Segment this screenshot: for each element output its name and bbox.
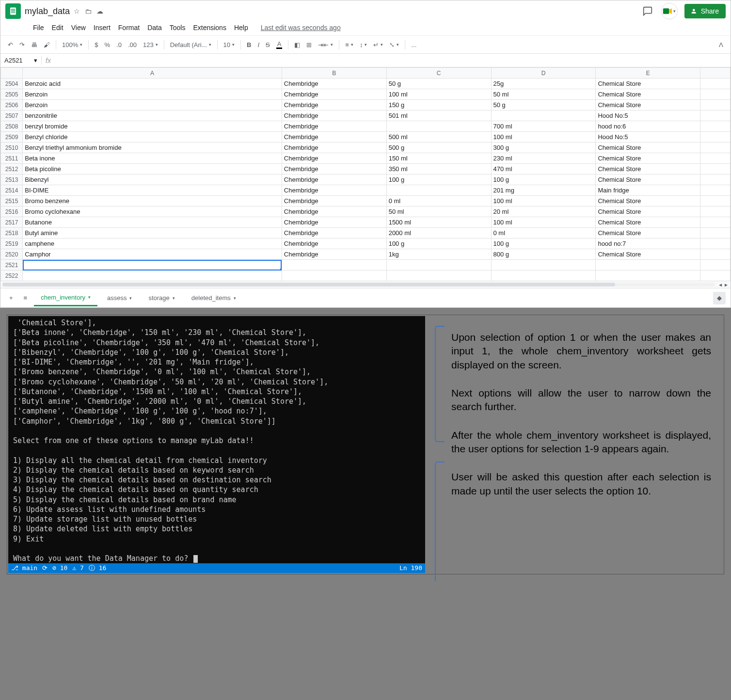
row-header[interactable]: 2510 [1,143,23,153]
cell[interactable]: 0 ml [386,196,491,207]
cell[interactable]: 100 ml [491,196,596,207]
cell[interactable]: BI-DIME [23,185,282,196]
menu-insert[interactable]: Insert [90,22,114,33]
cell[interactable] [700,100,731,111]
cell[interactable]: 230 ml [491,153,596,164]
more-button[interactable]: ... [409,39,419,50]
cell[interactable]: 350 ml [386,164,491,175]
cell[interactable]: Main fridge [596,185,700,196]
cell[interactable]: Benzyl triethyl ammonium bromide [23,143,282,153]
cell[interactable]: 100 ml [386,89,491,100]
menu-format[interactable]: Format [115,22,143,33]
cell[interactable]: Bromo cyclohexane [23,207,282,217]
strikethrough-button[interactable]: S [263,39,272,50]
cell[interactable] [386,270,491,281]
row-header[interactable]: 2520 [1,249,23,260]
status-info[interactable]: ⓘ 16 [89,564,106,573]
sheet-tab-assess[interactable]: assess▾ [100,290,139,306]
row-header[interactable]: 2507 [1,111,23,121]
menu-data[interactable]: Data [144,22,165,33]
cell[interactable]: benzonitrile [23,111,282,121]
cell[interactable]: Chemical Store [596,196,700,207]
cell[interactable]: 100 g [386,239,491,249]
cell[interactable] [386,260,491,270]
meet-icon[interactable]: ▾ [661,3,678,19]
move-icon[interactable]: 🗀 [85,7,92,15]
cell[interactable]: 2000 ml [386,228,491,239]
wrap-button[interactable]: ↵▾ [371,39,385,50]
cell[interactable]: Chembridge [282,217,386,228]
menu-tools[interactable]: Tools [166,22,189,33]
cell[interactable]: Bromo benzene [23,196,282,207]
cell[interactable]: 500 ml [386,132,491,143]
cell[interactable]: Benzoic acid [23,79,282,89]
cell[interactable] [596,260,700,270]
h-align-button[interactable]: ≡▾ [343,39,356,50]
row-header[interactable]: 2517 [1,217,23,228]
menu-edit[interactable]: Edit [48,22,67,33]
cell[interactable]: Chemical Store [596,89,700,100]
italic-button[interactable]: I [255,39,262,50]
cell[interactable]: benzyl bromide [23,121,282,132]
cell[interactable]: 500 g [386,143,491,153]
cell[interactable] [386,121,491,132]
font-select[interactable]: Default (Ari...▾ [168,39,214,50]
paint-format-icon[interactable]: 🖌 [41,39,52,50]
row-header[interactable]: 2504 [1,79,23,89]
cell[interactable]: 100 g [491,175,596,185]
cell[interactable]: Chembridge [282,100,386,111]
row-header[interactable]: 2513 [1,175,23,185]
cell[interactable]: 20 ml [491,207,596,217]
add-sheet-button[interactable]: + [5,292,17,303]
row-header[interactable]: 2521 [1,260,23,270]
cell[interactable] [700,175,731,185]
cell[interactable] [700,132,731,143]
cell[interactable]: Chemical Store [596,175,700,185]
cell[interactable]: Benzyl chloride [23,132,282,143]
decrease-decimal-button[interactable]: .0 [114,39,124,50]
cell[interactable]: hood no:7 [596,239,700,249]
col-header-E[interactable]: E [596,68,700,79]
percent-button[interactable]: % [102,39,112,50]
cell[interactable]: Chembridge [282,89,386,100]
cell[interactable]: Chembridge [282,111,386,121]
row-header[interactable]: 2505 [1,89,23,100]
cell[interactable]: Chemical Store [596,217,700,228]
cell[interactable]: Butanone [23,217,282,228]
row-header[interactable]: 2516 [1,207,23,217]
number-format-select[interactable]: 123▾ [141,39,160,50]
cell[interactable]: Hood No:5 [596,132,700,143]
cell[interactable]: hood no:6 [596,121,700,132]
cell[interactable]: Chemical Store [596,79,700,89]
select-all-corner[interactable] [1,68,23,79]
cell[interactable] [700,270,731,281]
row-header[interactable]: 2512 [1,164,23,175]
cell[interactable]: Chemical Store [596,153,700,164]
share-button[interactable]: Share [684,4,726,18]
git-branch-icon[interactable]: ⎇ main [11,564,37,573]
col-header-D[interactable]: D [491,68,596,79]
horizontal-scrollbar[interactable]: ◄► [0,281,731,288]
cell[interactable] [23,260,282,270]
cell[interactable] [491,270,596,281]
sheet-tab-storage[interactable]: storage▾ [142,290,181,306]
col-header-B[interactable]: B [282,68,386,79]
cloud-icon[interactable]: ☁ [96,7,103,15]
cell[interactable] [700,89,731,100]
row-header[interactable]: 2508 [1,121,23,132]
cell[interactable]: Chembridge [282,143,386,153]
cell[interactable]: Chembridge [282,239,386,249]
status-warnings[interactable]: ⚠ 7 [72,564,83,573]
cell[interactable]: Benzoin [23,100,282,111]
cell[interactable] [700,79,731,89]
v-align-button[interactable]: ↕▾ [357,39,370,50]
cell[interactable]: Benzoin [23,89,282,100]
currency-button[interactable]: $ [92,39,100,50]
cell[interactable]: 300 g [491,143,596,153]
col-header-A[interactable]: A [23,68,282,79]
row-header[interactable]: 2509 [1,132,23,143]
cell[interactable]: 100 ml [491,132,596,143]
col-header-C[interactable]: C [386,68,491,79]
cell[interactable]: camphene [23,239,282,249]
menu-file[interactable]: File [30,22,48,33]
